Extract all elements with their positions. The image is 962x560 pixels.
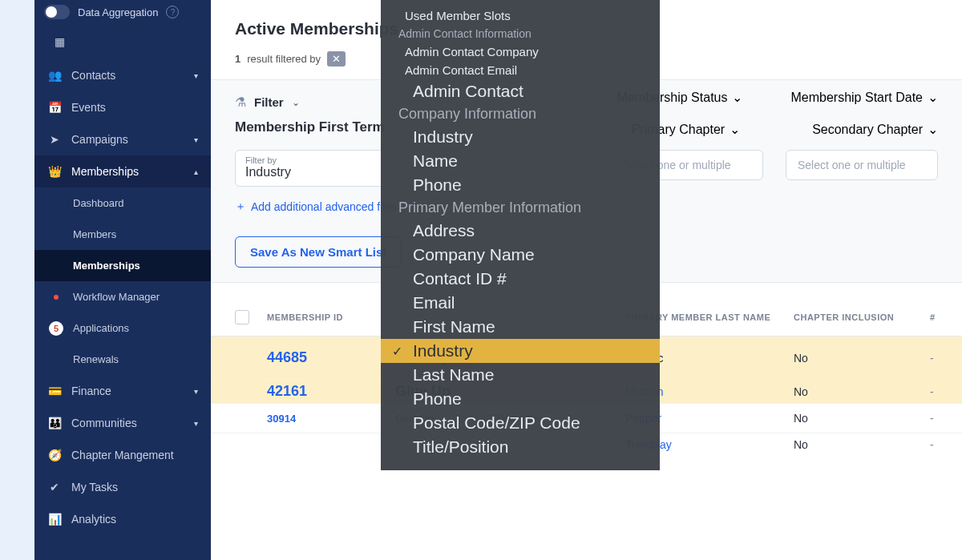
th-chapter-inclusion[interactable]: CHAPTER INCLUSION	[794, 312, 914, 322]
cell-chapter: No	[794, 385, 914, 398]
compass-icon: 🧭	[47, 449, 62, 461]
column-membership-start-date[interactable]: Membership Start Date ⌄	[790, 90, 938, 105]
chevron-down-icon: ⌄	[928, 122, 938, 137]
wallet-icon: 💳	[47, 385, 62, 397]
check-icon: ✓	[392, 344, 402, 359]
th-hash[interactable]: #	[930, 312, 938, 322]
sidebar-sub-renewals[interactable]: Renewals	[34, 344, 211, 375]
sidebar-sub-applications[interactable]: 5 Applications	[34, 312, 211, 344]
help-icon[interactable]: ?	[166, 6, 179, 18]
sidebar-sub-members[interactable]: Members	[34, 219, 211, 250]
chevron-down-icon: ▾	[194, 387, 198, 396]
dropdown-item[interactable]: Contact ID #	[381, 267, 660, 291]
cell-chapter: No	[794, 352, 914, 365]
check-circle-icon: ✔	[47, 481, 62, 494]
funnel-icon: ⚗	[235, 95, 246, 110]
filter-field-dropdown[interactable]: Used Member Slots Admin Contact Informat…	[381, 0, 660, 470]
dropdown-item[interactable]: Admin Contact Company	[381, 42, 660, 61]
chevron-down-icon: ▾	[194, 419, 198, 428]
nav-label: Analytics	[71, 513, 116, 526]
dropdown-group-header: Admin Contact Information	[381, 25, 660, 42]
dropdown-item[interactable]: Admin Contact Email	[381, 61, 660, 79]
filter-by-label: Filter by	[245, 155, 385, 165]
sidebar-item-contacts[interactable]: 👥 Contacts ▾	[34, 59, 211, 91]
filter-label: Filter	[254, 95, 284, 109]
chevron-down-icon: ⌄	[732, 90, 742, 105]
dropdown-group-header: Primary Member Information	[381, 197, 660, 219]
filter-by-value: Industry	[245, 165, 385, 179]
dropdown-item[interactable]: Email	[381, 291, 660, 315]
cell-chapter: No	[794, 438, 914, 451]
nav-label: Memberships	[71, 165, 139, 178]
cell-chapter: No	[794, 412, 914, 425]
column-secondary-chapter[interactable]: Secondary Chapter ⌄	[812, 122, 938, 137]
cell-hash: -	[930, 352, 938, 365]
cell-membership-id[interactable]: 30914	[267, 413, 379, 425]
sidebar-item-memberships[interactable]: 👑 Memberships ▴	[34, 155, 211, 187]
nav-label: Communities	[71, 417, 137, 429]
plus-icon: ＋	[235, 199, 246, 214]
chevron-down-icon: ⌄	[928, 90, 938, 105]
select-all-checkbox[interactable]	[235, 310, 249, 324]
send-icon: ➤	[47, 133, 62, 146]
dropdown-item[interactable]: Last Name	[381, 363, 660, 387]
sidebar-item-chapter-management[interactable]: 🧭 Chapter Mangement	[34, 439, 211, 471]
nav-dashboard-icon-row[interactable]: ▦	[34, 24, 211, 59]
calendar-icon: 📅	[47, 101, 62, 114]
save-smart-list-button[interactable]: Save As New Smart List	[235, 236, 402, 268]
applications-badge: 5	[49, 321, 63, 336]
sidebar-item-my-tasks[interactable]: ✔ My Tasks	[34, 471, 211, 503]
data-aggregation-label: Data Aggregation	[78, 6, 158, 18]
bar-chart-icon: 📊	[47, 513, 62, 526]
sidebar-sub-workflow[interactable]: Workflow Manager	[34, 281, 211, 312]
chevron-down-icon: ▾	[194, 135, 198, 144]
dropdown-item[interactable]: Phone	[381, 387, 660, 411]
data-aggregation-toggle[interactable]	[44, 5, 70, 19]
dropdown-item[interactable]: Used Member Slots	[381, 6, 660, 25]
crown-icon: 👑	[47, 165, 62, 178]
dropdown-item[interactable]: Address	[381, 219, 660, 243]
filter-chip[interactable]: ✕	[327, 51, 346, 66]
dropdown-group-header: Company Information	[381, 103, 660, 125]
result-count: 1	[235, 53, 240, 65]
nav-label: Finance	[71, 385, 111, 397]
sidebar-item-finance[interactable]: 💳 Finance ▾	[34, 375, 211, 407]
dropdown-item[interactable]: First Name	[381, 315, 660, 339]
th-membership-id[interactable]: MEMBERSHIP ID	[267, 312, 379, 322]
cell-hash: -	[930, 438, 938, 451]
dropdown-item-selected[interactable]: ✓ Industry	[381, 339, 660, 363]
grid-icon: ▦	[52, 35, 67, 48]
sidebar-item-analytics[interactable]: 📊 Analytics	[34, 503, 211, 535]
dropdown-item[interactable]: Title/Position	[381, 435, 660, 459]
data-aggregation-toggle-row: Data Aggregation ?	[34, 0, 211, 24]
sidebar-sub-memberships[interactable]: Memberships	[34, 250, 211, 281]
sidebar-sub-dashboard[interactable]: Dashboard	[34, 187, 211, 219]
dropdown-item[interactable]: Company Name	[381, 243, 660, 267]
cell-membership-id[interactable]: 42161	[267, 383, 379, 400]
sidebar: Data Aggregation ? ▦ 👥 Contacts ▾ 📅 Even…	[34, 0, 211, 560]
dropdown-item[interactable]: Admin Contact	[381, 79, 660, 103]
cell-hash: -	[930, 385, 938, 398]
sidebar-item-events[interactable]: 📅 Events	[34, 91, 211, 123]
nav-label: Contacts	[71, 69, 115, 82]
filter-by-dropdown[interactable]: Filter by Industry	[235, 150, 395, 187]
cell-membership-id[interactable]: 44685	[267, 349, 379, 366]
result-text: result filtered by	[247, 53, 321, 65]
sidebar-item-communities[interactable]: 👪 Communities ▾	[34, 407, 211, 439]
close-icon[interactable]: ✕	[332, 53, 341, 65]
dropdown-item[interactable]: Industry	[381, 125, 660, 149]
nav-label: Campaigns	[71, 133, 128, 146]
nav-label: My Tasks	[71, 481, 118, 494]
users-icon: 👥	[47, 69, 62, 82]
sidebar-item-campaigns[interactable]: ➤ Campaigns ▾	[34, 123, 211, 155]
cell-hash: -	[930, 412, 938, 425]
chevron-down-icon: ▾	[194, 71, 198, 80]
chevron-up-icon: ▴	[194, 167, 198, 176]
dropdown-item[interactable]: Postal Code/ZIP Code	[381, 411, 660, 435]
multi-select-input-2[interactable]: Select one or multiple	[786, 150, 938, 180]
chevron-down-icon[interactable]: ⌄	[292, 97, 300, 108]
dropdown-item[interactable]: Name	[381, 149, 660, 173]
dropdown-item[interactable]: Phone	[381, 173, 660, 197]
chevron-down-icon: ⌄	[730, 122, 740, 137]
nav-label: Events	[71, 101, 106, 114]
